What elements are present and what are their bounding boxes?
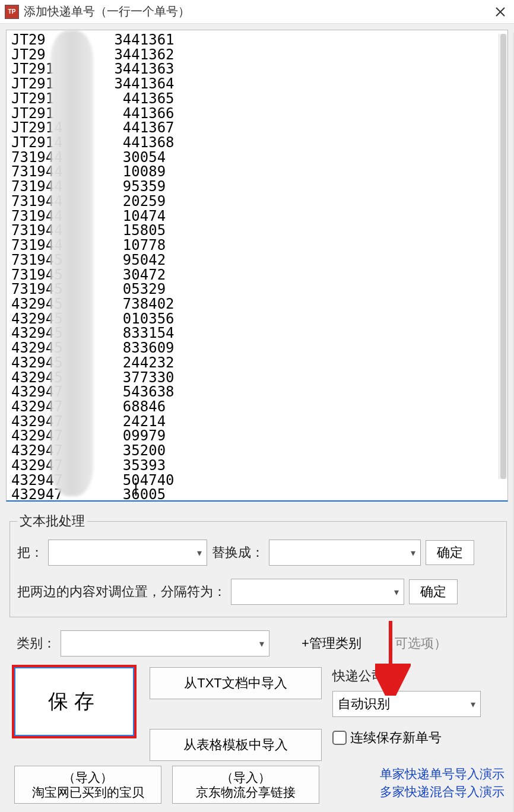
category-combo[interactable]: ▾ bbox=[61, 630, 269, 656]
import-taobao-button[interactable]: （导入） 淘宝网已买到的宝贝 bbox=[14, 766, 161, 804]
tracking-textarea-wrap bbox=[6, 30, 508, 502]
save-button[interactable]: 保存 bbox=[14, 667, 134, 736]
chevron-down-icon: ▾ bbox=[471, 699, 475, 710]
dialog-body: 文本批处理 把： ▾ 替换成： ▾ 确定 把两边的内容对调位置，分隔符为： ▾ … bbox=[0, 24, 514, 812]
titlebar: TP 添加快递单号（一行一个单号） bbox=[0, 0, 514, 24]
continuous-save-label: 连续保存新单号 bbox=[350, 729, 442, 747]
scrollbar[interactable] bbox=[499, 34, 507, 479]
swap-delimiter-combo[interactable]: ▾ bbox=[231, 579, 404, 605]
import-jd-label: 京东物流分享链接 bbox=[196, 785, 296, 800]
tracking-textarea[interactable] bbox=[7, 30, 507, 500]
app-icon: TP bbox=[5, 5, 19, 19]
batch-processing-group: 文本批处理 把： ▾ 替换成： ▾ 确定 把两边的内容对调位置，分隔符为： ▾ … bbox=[9, 512, 507, 617]
manage-category-link[interactable]: +管理类别 bbox=[302, 635, 361, 652]
import-jd-button[interactable]: （导入） 京东物流分享链接 bbox=[172, 766, 319, 804]
chevron-down-icon: ▾ bbox=[411, 547, 415, 559]
swap-confirm-button[interactable]: 确定 bbox=[409, 579, 458, 604]
text-cursor bbox=[135, 483, 137, 496]
batch-legend: 文本批处理 bbox=[17, 512, 87, 530]
demo-multi-link[interactable]: 多家快递混合导入演示 bbox=[380, 784, 505, 800]
courier-selected: 自动识别 bbox=[338, 695, 390, 713]
replace-from-label: 把： bbox=[17, 544, 43, 562]
import-taobao-label: 淘宝网已买到的宝贝 bbox=[32, 785, 144, 800]
chevron-down-icon: ▾ bbox=[394, 586, 399, 598]
continuous-save-checkbox[interactable] bbox=[332, 731, 347, 745]
demo-single-link[interactable]: 单家快递单号导入演示 bbox=[380, 766, 505, 782]
courier-combo[interactable]: 自动识别 ▾ bbox=[332, 691, 481, 717]
swap-label: 把两边的内容对调位置，分隔符为： bbox=[17, 583, 226, 601]
import-txt-button[interactable]: 从TXT文档中导入 bbox=[150, 667, 322, 699]
replace-from-combo[interactable]: ▾ bbox=[48, 540, 207, 566]
chevron-down-icon: ▾ bbox=[259, 638, 264, 649]
import-jd-top: （导入） bbox=[221, 770, 271, 785]
close-icon bbox=[494, 6, 506, 18]
category-label: 类别： bbox=[17, 635, 56, 652]
scrollbar-thumb[interactable] bbox=[500, 34, 506, 479]
import-taobao-top: （导入） bbox=[63, 770, 113, 785]
replace-to-label: 替换成： bbox=[212, 544, 264, 562]
courier-label: 快递公司： bbox=[332, 667, 509, 685]
optional-hint: （可选项） bbox=[382, 635, 447, 652]
close-button[interactable] bbox=[491, 3, 509, 21]
chevron-down-icon: ▾ bbox=[197, 547, 202, 559]
window-title: 添加快递单号（一行一个单号） bbox=[24, 4, 491, 20]
replace-to-combo[interactable]: ▾ bbox=[269, 540, 421, 566]
replace-confirm-button[interactable]: 确定 bbox=[426, 540, 474, 565]
import-template-button[interactable]: 从表格模板中导入 bbox=[150, 729, 322, 761]
